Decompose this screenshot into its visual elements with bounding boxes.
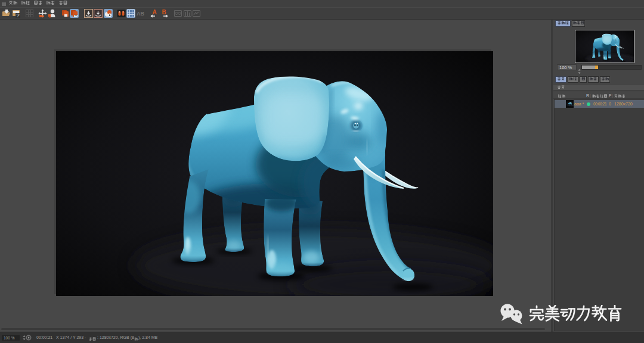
svg-text:AB: AB <box>137 11 144 17</box>
svg-text:B: B <box>162 9 166 15</box>
svg-text:?: ? <box>16 13 19 18</box>
svg-text:A: A <box>152 9 156 15</box>
